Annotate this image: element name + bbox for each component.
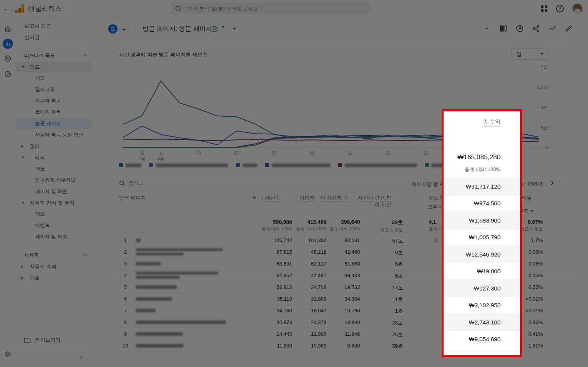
cell-users: 20,378 [311,319,326,325]
global-search-input[interactable] [185,5,366,12]
report-title-caret[interactable] [221,28,225,35]
date-granularity-select[interactable]: 일 [511,48,549,60]
library-label: 라이브러리 [35,337,61,344]
chevron-down-icon [540,53,543,55]
column-header-new-users[interactable]: 새 사용자 수 [317,194,348,201]
sidebar-item-사용자-속성[interactable]: 사용자 속성 [16,261,93,272]
cell-rate: 0.05% [528,273,543,278]
cell-new_users: 13,790 [344,308,360,314]
redacted-landing-page-name [136,307,155,314]
add-comparison-button[interactable]: + [119,24,129,34]
sidebar-item-사용자-참여-및-유지[interactable]: 사용자 참여 및 유지 [16,197,93,208]
avatar[interactable] [572,4,583,14]
cell-users: 16,042 [311,308,326,314]
sidebar-item-방문-페이지[interactable]: 방문 페이지 [16,118,93,129]
cell-new_users: 18,840 [344,319,360,325]
report-title: 방문 페이지: 방문 페이지 [143,25,212,33]
cell-sessions: 20,978 [276,319,292,325]
column-header-landing-page[interactable]: 방문 페이지 [119,194,146,201]
column-header-sessions[interactable]: ↓ 세션수 [261,194,280,201]
redacted-text-bar [136,321,226,324]
cell-new_users: 19,732 [344,284,360,290]
add-dimension-button[interactable]: + [252,194,256,201]
chevron-up-icon [83,54,87,58]
y-axis-tick: 5천 [532,125,548,131]
apps-grid-icon[interactable] [541,5,547,12]
sidebar-item-label: 사용자 획득 [35,98,61,104]
redacted-landing-page-name [136,330,183,337]
sidebar-divider [16,46,93,46]
sidebar-item-label: 페이지 및 화면 [35,233,67,240]
sidebar-item-사용자-획득[interactable]: 사용자 획득 [16,95,93,107]
sidebar-item-1[interactable]: 실시간 [16,32,93,43]
redacted-legend-label [272,164,330,167]
sidebar-item-label: 개요 [35,75,45,82]
totals-new-users: 398,640총계 대비 100% [330,219,360,232]
cell-users: 24,706 [311,284,326,290]
sidebar-item-잠재고객[interactable]: 잠재고객 [16,84,93,95]
sidebar-item-트래픽[interactable]: 트래픽 [16,152,93,163]
help-icon[interactable]: ? [556,5,564,12]
global-search[interactable] [170,2,371,15]
sidebar-item-이벤트[interactable]: 이벤트 [16,220,93,231]
cell-avg_time: 6초 [395,273,403,280]
sidebar-item-페이지-및-화면[interactable]: 페이지 및 화면 [16,231,93,242]
legend-color-swatch [265,163,269,167]
redacted-text-bar [136,239,141,242]
share-icon[interactable] [532,24,540,33]
totals-key-event-rate: 0.67%평균과 동일 [520,219,543,232]
y-axis-tick: 1만 [532,105,548,110]
sidebar-item-트래픽-획득[interactable]: 트래픽 획득 [16,107,93,118]
table-search[interactable]: 검색... [119,180,143,187]
column-header-users[interactable]: 사용자 [299,194,315,201]
add-report-button[interactable]: + [230,24,239,33]
sidebar-item-사용자-획득-동질-집단[interactable]: 사용자 획득 동질 집단 [16,129,93,141]
sidebar-item-개요[interactable]: 개요 [16,73,93,84]
tree-expanded-icon [21,202,25,204]
sidebar-item-인구통계-세부정보[interactable]: 인구통계 세부정보 [16,175,93,186]
cell-avg_time: 25초 [392,331,403,338]
pagination-next-button[interactable]: › [551,178,554,188]
sidebar-item-label: 실시간 [24,34,39,41]
sidebar-section-0[interactable]: 비즈니스 목표 [16,50,93,61]
explore-icon[interactable] [3,53,13,64]
home-icon[interactable] [3,24,13,34]
sidebar-item-library[interactable]: 라이브러리 [16,334,93,346]
redacted-text-bar [136,344,184,347]
segment-chip-all-users[interactable]: 모 [108,24,118,34]
sidebar-item-0[interactable]: 보고서 개요 [16,20,93,32]
x-axis-tick: 018월 [154,151,167,162]
sidebar-item-기술[interactable]: 기술 [16,272,93,283]
comparison-builder-icon[interactable] [499,24,508,33]
redacted-text-bar [136,248,223,251]
advertising-icon[interactable] [3,69,13,79]
chart-legend [119,162,448,168]
redacted-landing-page-name [136,272,218,279]
nav-rail [0,17,16,367]
row-rank: 7 [121,308,129,314]
reports-icon[interactable] [3,39,13,49]
edit-pencil-icon[interactable] [565,24,573,33]
x-axis-tick: 07 [267,151,281,155]
sidebar-item-판매[interactable]: 판매 [16,141,93,152]
insights-icon[interactable] [515,24,524,33]
sidebar-item-페이지-및-화면[interactable]: 페이지 및 화면 [16,186,93,197]
sidebar-item-개요[interactable]: 개요 [16,163,93,175]
insights-sparkle-icon[interactable] [548,24,557,33]
sidebar-item-리드[interactable]: 리드 [16,61,93,73]
sidebar-section-1[interactable]: 사용자 [16,249,93,261]
sidebar-collapse-button[interactable] [78,353,87,362]
sidebar-item-label: 기술 [30,274,40,281]
row-rank: 8 [121,319,129,325]
chevron-left-icon [80,355,84,360]
column-header-avg-engagement-time[interactable]: 세션당 평균 참여 시간 [355,194,391,208]
report-options-caret[interactable] [483,24,491,33]
cell-avg_time: 0초 [395,249,403,256]
settings-gear-icon[interactable] [3,349,13,359]
sidebar-item-개요[interactable]: 개요 [16,208,93,220]
cell-avg_time: 1초 [395,296,403,303]
legend-color-swatch [236,163,240,167]
column-header-total-revenue[interactable]: 총 수익 [483,118,501,127]
x-axis-tick: 09 [305,151,319,155]
back-button[interactable]: ← [0,2,12,16]
